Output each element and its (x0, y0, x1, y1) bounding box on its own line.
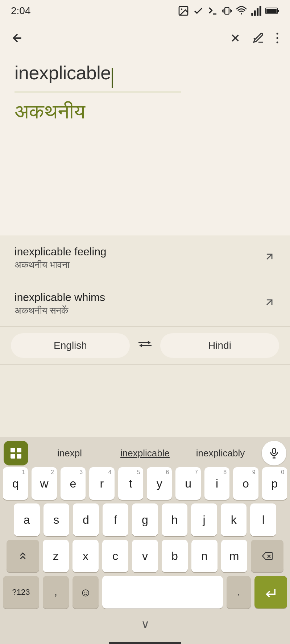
status-icons (178, 5, 279, 17)
comma-key[interactable]: , (43, 576, 69, 609)
svg-rect-11 (257, 8, 258, 16)
source-lang-button[interactable]: English (11, 333, 130, 358)
keyboard-rows: 1q 2w 3e 4r 5t 6y 7u 8i 9o 0p a s d f g … (0, 466, 290, 614)
key-q[interactable]: 1q (3, 467, 28, 500)
suggestions-area: inexplicable feeling अकथनीय भावना inexpl… (0, 235, 290, 644)
svg-rect-9 (251, 13, 253, 16)
arrow-icon-1 (263, 296, 276, 311)
key-a[interactable]: a (14, 503, 40, 536)
svg-rect-24 (11, 454, 15, 459)
strip-word-1[interactable]: inexplicable (107, 445, 183, 462)
wifi-icon (236, 5, 247, 17)
key-i[interactable]: 8i (204, 467, 229, 500)
suggestion-strip: inexpl inexplicable inexplicably (0, 440, 290, 466)
key-row-4: ?123 , ☺ . (3, 576, 287, 609)
key-d[interactable]: d (73, 503, 99, 536)
app-icon[interactable] (4, 441, 28, 465)
lang-swap-button[interactable] (130, 338, 160, 353)
svg-rect-22 (11, 448, 15, 452)
key-row-2: a s d f g h j k l (3, 503, 287, 536)
svg-point-8 (241, 13, 242, 14)
key-row-3: z x c v b n m (3, 540, 287, 572)
key-v[interactable]: v (132, 540, 158, 572)
chevron-down-button[interactable]: ∨ (14, 617, 276, 631)
key-n[interactable]: n (191, 540, 218, 572)
close-button[interactable] (229, 32, 241, 44)
check-icon (193, 5, 204, 16)
svg-point-20 (277, 37, 278, 39)
source-text[interactable]: inexplicable (14, 62, 111, 83)
target-lang-button[interactable]: Hindi (160, 333, 279, 358)
keyboard-area: inexpl inexplicable inexplicably 1q 2w 3… (0, 437, 290, 644)
numbers-key[interactable]: ?123 (3, 576, 39, 609)
svg-rect-23 (17, 448, 21, 452)
key-b[interactable]: b (162, 540, 188, 572)
suggestion-text-group-0: inexplicable feeling अकथनीय भावना (14, 246, 107, 271)
suggestion-sub-0: अकथनीय भावना (14, 259, 107, 271)
key-f[interactable]: f (103, 503, 129, 536)
arrow-icon-0 (263, 251, 276, 265)
text-cursor (112, 68, 113, 88)
toolbar (0, 22, 290, 54)
key-u[interactable]: 7u (175, 467, 200, 500)
backspace-key[interactable] (251, 540, 283, 572)
key-y[interactable]: 6y (147, 467, 172, 500)
key-m[interactable]: m (221, 540, 247, 572)
period-key[interactable]: . (227, 576, 251, 609)
key-r[interactable]: 4r (89, 467, 114, 500)
home-indicator (109, 642, 181, 644)
svg-rect-3 (225, 8, 229, 14)
svg-rect-25 (17, 454, 21, 459)
suggestion-main-1: inexplicable whims (14, 291, 105, 304)
key-o[interactable]: 9o (233, 467, 258, 500)
suggestion-item-1[interactable]: inexplicable whims अकथनीय सनकें (0, 281, 290, 327)
key-w[interactable]: 2w (32, 467, 57, 500)
key-k[interactable]: k (221, 503, 247, 536)
svg-rect-26 (273, 448, 276, 454)
source-text-wrapper: inexplicable (14, 62, 276, 88)
svg-rect-14 (277, 10, 279, 12)
more-button[interactable] (276, 32, 279, 44)
key-l[interactable]: l (250, 503, 276, 536)
key-p[interactable]: 0p (262, 467, 287, 500)
svg-rect-12 (260, 6, 261, 16)
bottom-bar: ∨ (0, 614, 290, 638)
space-key[interactable] (102, 576, 223, 609)
suggestion-text-group-1: inexplicable whims अकथनीय सनकें (14, 291, 105, 316)
svg-rect-15 (266, 9, 277, 13)
status-time: 2:04 (11, 5, 31, 17)
battery-icon (265, 6, 279, 16)
key-e[interactable]: 3e (61, 467, 86, 500)
shift-key[interactable] (7, 540, 39, 572)
svg-rect-10 (254, 11, 256, 16)
emoji-key[interactable]: ☺ (72, 576, 99, 609)
key-c[interactable]: c (102, 540, 128, 572)
vibrate-icon (222, 6, 232, 16)
signal-icon (251, 5, 262, 16)
terminal-icon (207, 5, 218, 16)
svg-point-19 (277, 33, 278, 35)
divider (14, 92, 181, 92)
edit-button[interactable] (252, 32, 265, 44)
suggestion-main-0: inexplicable feeling (14, 246, 107, 258)
svg-line-18 (254, 38, 255, 39)
key-z[interactable]: z (43, 540, 69, 572)
status-bar: 2:04 (0, 0, 290, 22)
enter-key[interactable] (254, 576, 287, 609)
key-s[interactable]: s (44, 503, 70, 536)
back-button[interactable] (11, 32, 24, 45)
suggestion-sub-1: अकथनीय सनकें (14, 305, 105, 316)
strip-word-0[interactable]: inexpl (32, 445, 107, 462)
strip-word-2[interactable]: inexplicably (183, 445, 258, 462)
suggestion-item-0[interactable]: inexplicable feeling अकथनीय भावना (0, 235, 290, 281)
strip-suggestions: inexpl inexplicable inexplicably (32, 445, 258, 462)
key-x[interactable]: x (72, 540, 99, 572)
key-g[interactable]: g (132, 503, 158, 536)
lang-selector: English Hindi (0, 327, 290, 365)
key-j[interactable]: j (191, 503, 217, 536)
microphone-button[interactable] (262, 441, 286, 465)
key-t[interactable]: 5t (118, 467, 143, 500)
svg-point-21 (277, 42, 278, 43)
key-row-1: 1q 2w 3e 4r 5t 6y 7u 8i 9o 0p (3, 467, 287, 500)
key-h[interactable]: h (162, 503, 188, 536)
